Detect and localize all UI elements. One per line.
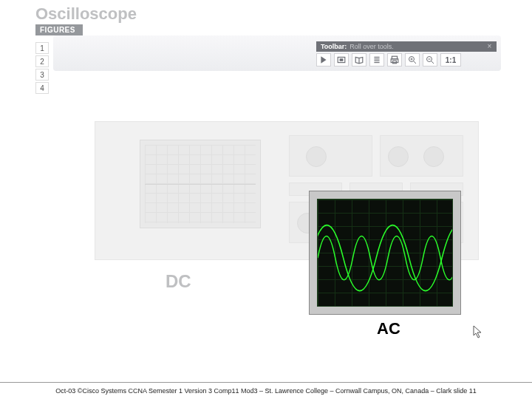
toolbar-label: Toolbar: xyxy=(321,43,347,50)
page-button-4[interactable]: 4 xyxy=(35,82,49,94)
page-title: Oscilloscope xyxy=(35,4,137,24)
play-icon[interactable] xyxy=(316,53,331,66)
list-icon[interactable] xyxy=(369,53,384,66)
page-button-3[interactable]: 3 xyxy=(35,69,49,81)
screen-icon[interactable] xyxy=(334,53,349,66)
close-icon[interactable]: × xyxy=(485,42,494,50)
book-icon[interactable] xyxy=(352,53,366,66)
svg-rect-1 xyxy=(340,58,344,61)
page-button-group: 1 2 3 4 xyxy=(35,42,49,94)
ac-scope-screen xyxy=(317,199,453,307)
ac-label: AC xyxy=(377,319,400,338)
print-icon[interactable] xyxy=(387,53,402,66)
zoom-ratio-button[interactable]: 1:1 xyxy=(440,53,461,66)
zoom-out-icon[interactable] xyxy=(423,53,437,66)
scope-screen-dc xyxy=(140,140,261,228)
figures-tab: FIGURES xyxy=(35,24,83,35)
page-button-1[interactable]: 1 xyxy=(35,42,49,54)
dc-label: DC xyxy=(166,271,191,292)
toolbar-header: Toolbar: Roll over tools. × xyxy=(316,41,497,52)
footer-divider xyxy=(0,382,532,383)
dc-trace-line xyxy=(145,184,256,185)
knob-icon xyxy=(306,146,327,167)
knob-icon xyxy=(388,146,409,167)
toolbar-icons: 1:1 xyxy=(316,53,497,66)
sine-wave-icon xyxy=(318,200,452,306)
toolbar-background: Toolbar: Roll over tools. × 1:1 xyxy=(53,35,501,71)
knob-icon xyxy=(423,146,444,167)
page-button-2[interactable]: 2 xyxy=(35,55,49,67)
zoom-in-icon[interactable] xyxy=(405,53,420,66)
svg-line-10 xyxy=(414,61,417,64)
footer-text: Oct-03 ©Cisco Systems CCNA Semester 1 Ve… xyxy=(0,387,532,395)
ac-scope-overlay xyxy=(309,191,461,315)
knob-group xyxy=(289,135,372,177)
knob-group xyxy=(380,135,463,177)
cursor-icon xyxy=(473,325,483,341)
svg-line-14 xyxy=(432,61,434,64)
toolbar-hint: Roll over tools. xyxy=(349,43,394,50)
